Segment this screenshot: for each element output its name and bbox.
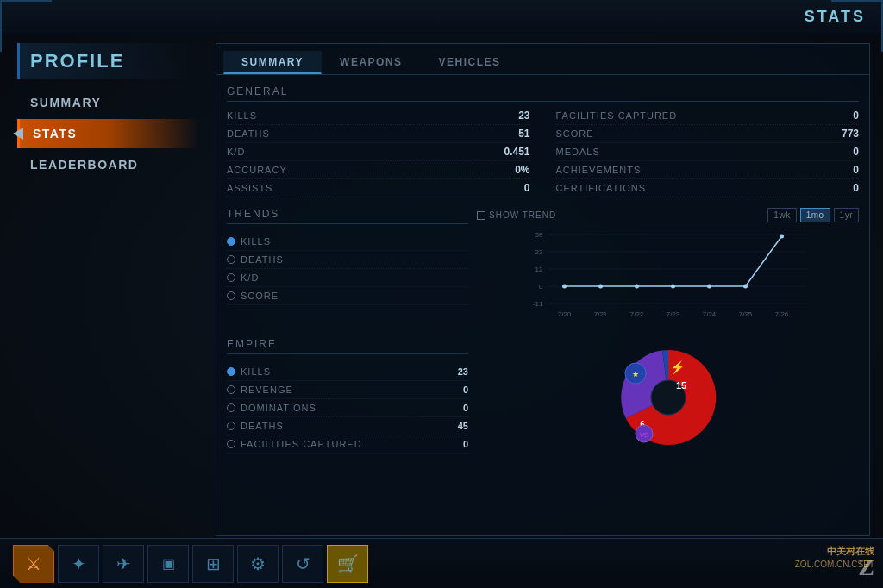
trends-left: TRENDS KILLS DEATHS K/D: [227, 204, 468, 328]
svg-text:7/20: 7/20: [558, 310, 572, 318]
empire-option-kills[interactable]: KILLS 23: [227, 363, 468, 381]
stat-label-deaths: DEATHS: [227, 128, 270, 139]
general-section: GENERAL KILLS 23 DEATHS 51 K/D 0.451: [227, 82, 859, 197]
trend-option-score[interactable]: SCORE: [227, 287, 468, 305]
trend-label-kills: KILLS: [241, 236, 271, 247]
empire-options: KILLS 23 REVENGE 0 DOMINATIONS 0: [227, 360, 468, 457]
svg-text:-11: -11: [533, 300, 543, 308]
empire-pie-chart: 15 6 ⚡ ★ VS: [612, 341, 724, 454]
empire-radio-kills: [227, 367, 235, 376]
show-trend-checkbox[interactable]: [477, 211, 485, 220]
svg-point-18: [598, 285, 603, 289]
nav-btn-2[interactable]: ✦: [58, 545, 99, 583]
nav-icon-8: 🛒: [337, 554, 359, 574]
sidebar-item-stats[interactable]: STATS: [17, 119, 198, 148]
chart-controls: SHOW TREND 1wk 1mo 1yr: [477, 208, 859, 222]
svg-text:7/26: 7/26: [775, 310, 789, 318]
main-content: SUMMARY WEAPONS VEHICLES GENERAL KILLS 2…: [216, 43, 870, 536]
trend-option-deaths[interactable]: DEATHS: [227, 251, 468, 269]
svg-text:35: 35: [535, 231, 543, 239]
stat-value-certifications: 0: [853, 182, 859, 194]
nav-icon-6: ⚙: [250, 554, 266, 574]
svg-text:15: 15: [675, 380, 686, 391]
sidebar-profile-heading: PROFILE: [17, 43, 198, 79]
svg-text:7/22: 7/22: [630, 310, 644, 318]
svg-point-22: [743, 285, 748, 289]
stat-value-score: 773: [842, 128, 859, 140]
empire-value-dominations: 0: [463, 403, 468, 413]
time-btn-1mo[interactable]: 1mo: [800, 208, 830, 222]
empire-label-kills: KILLS: [241, 366, 271, 377]
empire-option-dominations[interactable]: DOMINATIONS 0: [227, 399, 468, 417]
trend-label-score: SCORE: [241, 291, 279, 301]
trend-label-deaths: DEATHS: [241, 254, 284, 265]
svg-text:⚡: ⚡: [669, 360, 685, 375]
stat-row-certifications: CERTIFICATIONS 0: [556, 179, 860, 197]
tab-summary[interactable]: SUMMARY: [223, 51, 322, 74]
trend-option-kd[interactable]: K/D: [227, 269, 468, 287]
trends-header: TRENDS: [227, 204, 468, 224]
nav-icon-7: ↺: [296, 554, 310, 574]
empire-header: EMPIRE: [227, 335, 468, 354]
trends-options: KILLS DEATHS K/D SCORE: [227, 229, 468, 309]
empire-option-deaths[interactable]: DEATHS 45: [227, 417, 468, 435]
empire-option-revenge[interactable]: REVENGE 0: [227, 381, 468, 399]
empire-label-revenge: REVENGE: [241, 385, 293, 395]
stat-value-accuracy: 0%: [515, 164, 529, 176]
stat-value-facilities: 0: [853, 109, 859, 122]
tab-bar: SUMMARY WEAPONS VEHICLES: [216, 44, 869, 75]
empire-label-dominations: DOMINATIONS: [241, 403, 316, 413]
tab-vehicles[interactable]: VEHICLES: [421, 51, 519, 74]
svg-text:7/23: 7/23: [667, 310, 680, 318]
stat-row-kills: KILLS 23: [227, 107, 530, 125]
svg-point-20: [671, 285, 675, 289]
empire-section: EMPIRE KILLS 23 REVENGE 0 DOMINATIONS: [227, 335, 859, 460]
nav-btn-4[interactable]: ▣: [147, 545, 189, 583]
nav-btn-infantry[interactable]: ⚔: [13, 545, 54, 583]
svg-text:★: ★: [632, 370, 639, 378]
stat-value-kills: 23: [518, 109, 529, 122]
nav-btn-7[interactable]: ↺: [282, 545, 323, 583]
stat-row-assists: ASSISTS 0: [227, 179, 530, 197]
stat-label-medals: MEDALS: [556, 147, 600, 157]
nav-btn-8[interactable]: 🛒: [327, 545, 368, 583]
trend-option-kills[interactable]: KILLS: [227, 233, 468, 251]
stat-row-deaths: DEATHS 51: [227, 125, 530, 143]
bottom-nav: ⚔ ✦ ✈ ▣ ⊞ ⚙ ↺ 🛒: [0, 538, 883, 588]
svg-text:7/25: 7/25: [739, 310, 753, 318]
stat-label-kd: K/D: [227, 147, 245, 157]
radio-kills: [227, 237, 235, 246]
radio-kd: [227, 273, 235, 282]
nav-btn-3[interactable]: ✈: [103, 545, 144, 583]
empire-label-deaths: DEATHS: [241, 421, 284, 431]
time-btn-1wk[interactable]: 1wk: [767, 208, 796, 222]
nav-btn-6[interactable]: ⚙: [237, 545, 279, 583]
svg-point-21: [707, 285, 711, 289]
sidebar-item-summary[interactable]: SUMMARY: [17, 88, 198, 117]
general-right-stats: FACILITIES CAPTURED 0 SCORE 773 MEDALS 0…: [556, 107, 860, 197]
empire-label-facilities: FACILITIES CAPTURED: [241, 439, 362, 449]
sidebar-item-leaderboard[interactable]: LEADERBOARD: [17, 150, 198, 179]
svg-text:12: 12: [535, 266, 543, 273]
time-btn-1yr[interactable]: 1yr: [834, 208, 859, 222]
show-trend-check[interactable]: SHOW TREND: [477, 210, 556, 220]
show-trend-label: SHOW TREND: [489, 210, 556, 220]
stat-row-score: SCORE 773: [556, 125, 860, 143]
empire-radio-deaths: [227, 422, 235, 430]
nav-icon-3: ✈: [116, 554, 131, 574]
watermark-cn: 中关村在线: [827, 545, 874, 558]
trends-chart-area: SHOW TREND 1wk 1mo 1yr: [477, 204, 859, 328]
nav-icon-5: ⊞: [206, 554, 221, 574]
general-left-stats: KILLS 23 DEATHS 51 K/D 0.451 ACCURACY 0%: [227, 107, 530, 197]
empire-value-deaths: 45: [458, 421, 468, 431]
stat-row-kd: K/D 0.451: [227, 143, 530, 161]
stat-label-assists: ASSISTS: [227, 183, 272, 193]
nav-btn-5[interactable]: ⊞: [192, 545, 234, 583]
stat-label-facilities: FACILITIES CAPTURED: [556, 110, 678, 121]
watermark-url: ZOL.COM.CN.CSET: [795, 560, 874, 569]
empire-option-facilities[interactable]: FACILITIES CAPTURED 0: [227, 435, 468, 454]
tab-weapons[interactable]: WEAPONS: [322, 51, 421, 74]
svg-text:7/24: 7/24: [703, 310, 717, 318]
trend-label-kd: K/D: [241, 272, 259, 283]
svg-text:VS: VS: [639, 431, 648, 439]
